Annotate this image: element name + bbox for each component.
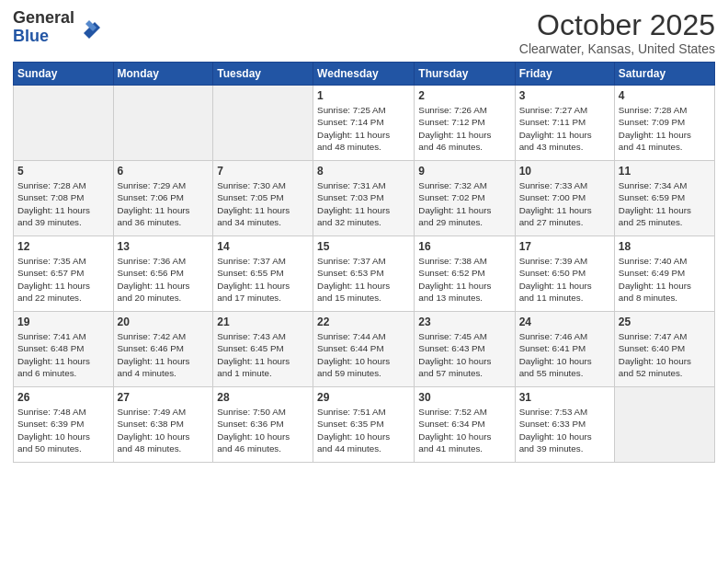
day-info: Sunrise: 7:42 AM Sunset: 6:46 PM Dayligh… xyxy=(118,330,210,379)
calendar-cell: 31Sunrise: 7:53 AM Sunset: 6:33 PM Dayli… xyxy=(515,387,614,463)
calendar-cell xyxy=(113,86,213,161)
header-monday: Monday xyxy=(113,63,213,86)
calendar-header: Sunday Monday Tuesday Wednesday Thursday… xyxy=(14,63,715,86)
calendar-cell: 5Sunrise: 7:28 AM Sunset: 7:08 PM Daylig… xyxy=(14,161,114,236)
header-row: Sunday Monday Tuesday Wednesday Thursday… xyxy=(14,63,715,86)
logo-icon xyxy=(76,15,102,40)
day-info: Sunrise: 7:49 AM Sunset: 6:38 PM Dayligh… xyxy=(118,406,210,454)
calendar-cell xyxy=(614,387,714,463)
calendar-cell: 18Sunrise: 7:40 AM Sunset: 6:49 PM Dayli… xyxy=(614,236,714,312)
day-info: Sunrise: 7:44 AM Sunset: 6:44 PM Dayligh… xyxy=(317,330,410,379)
calendar-week-row: 5Sunrise: 7:28 AM Sunset: 7:08 PM Daylig… xyxy=(14,161,715,236)
calendar-week-row: 26Sunrise: 7:48 AM Sunset: 6:39 PM Dayli… xyxy=(14,387,715,463)
day-info: Sunrise: 7:41 AM Sunset: 6:48 PM Dayligh… xyxy=(17,330,109,379)
day-number: 16 xyxy=(418,240,510,253)
calendar-cell: 1Sunrise: 7:25 AM Sunset: 7:14 PM Daylig… xyxy=(313,86,415,161)
day-number: 25 xyxy=(619,316,711,328)
day-info: Sunrise: 7:47 AM Sunset: 6:40 PM Dayligh… xyxy=(619,330,711,379)
day-number: 20 xyxy=(118,316,210,328)
calendar-cell: 26Sunrise: 7:48 AM Sunset: 6:39 PM Dayli… xyxy=(14,387,114,463)
header: General Blue October 2025 Clearwater, Ka… xyxy=(13,9,715,56)
day-info: Sunrise: 7:48 AM Sunset: 6:39 PM Dayligh… xyxy=(17,406,109,454)
logo-general: General xyxy=(13,9,74,28)
day-info: Sunrise: 7:28 AM Sunset: 7:08 PM Dayligh… xyxy=(17,179,109,228)
day-info: Sunrise: 7:37 AM Sunset: 6:53 PM Dayligh… xyxy=(317,255,410,304)
day-info: Sunrise: 7:43 AM Sunset: 6:45 PM Dayligh… xyxy=(217,330,309,379)
calendar-cell: 6Sunrise: 7:29 AM Sunset: 7:06 PM Daylig… xyxy=(113,161,213,236)
day-number: 15 xyxy=(317,240,410,253)
day-number: 23 xyxy=(418,316,510,328)
day-number: 14 xyxy=(217,240,309,253)
day-number: 24 xyxy=(519,316,610,328)
day-info: Sunrise: 7:27 AM Sunset: 7:11 PM Dayligh… xyxy=(519,104,610,153)
day-number: 19 xyxy=(17,316,109,328)
calendar-cell xyxy=(213,86,313,161)
calendar-cell: 17Sunrise: 7:39 AM Sunset: 6:50 PM Dayli… xyxy=(515,236,614,312)
day-info: Sunrise: 7:29 AM Sunset: 7:06 PM Dayligh… xyxy=(118,179,210,228)
day-info: Sunrise: 7:28 AM Sunset: 7:09 PM Dayligh… xyxy=(619,104,711,153)
calendar-week-row: 19Sunrise: 7:41 AM Sunset: 6:48 PM Dayli… xyxy=(14,312,715,387)
calendar-cell: 16Sunrise: 7:38 AM Sunset: 6:52 PM Dayli… xyxy=(415,236,515,312)
calendar-week-row: 1Sunrise: 7:25 AM Sunset: 7:14 PM Daylig… xyxy=(14,86,715,161)
day-number: 5 xyxy=(17,165,109,178)
calendar-cell: 9Sunrise: 7:32 AM Sunset: 7:02 PM Daylig… xyxy=(415,161,515,236)
title-section: October 2025 Clearwater, Kansas, United … xyxy=(519,9,715,56)
header-wednesday: Wednesday xyxy=(313,63,415,86)
day-number: 10 xyxy=(519,165,610,178)
header-saturday: Saturday xyxy=(614,63,714,86)
calendar-cell: 23Sunrise: 7:45 AM Sunset: 6:43 PM Dayli… xyxy=(415,312,515,387)
day-info: Sunrise: 7:50 AM Sunset: 6:36 PM Dayligh… xyxy=(217,406,309,454)
month-title: October 2025 xyxy=(519,9,715,41)
day-number: 27 xyxy=(118,391,210,404)
day-number: 21 xyxy=(217,316,309,328)
day-info: Sunrise: 7:37 AM Sunset: 6:55 PM Dayligh… xyxy=(217,255,309,304)
day-number: 11 xyxy=(619,165,711,178)
day-info: Sunrise: 7:36 AM Sunset: 6:56 PM Dayligh… xyxy=(118,255,210,304)
day-info: Sunrise: 7:46 AM Sunset: 6:41 PM Dayligh… xyxy=(519,330,610,379)
header-tuesday: Tuesday xyxy=(213,63,313,86)
day-info: Sunrise: 7:25 AM Sunset: 7:14 PM Dayligh… xyxy=(317,104,410,153)
day-number: 18 xyxy=(619,240,711,253)
day-info: Sunrise: 7:40 AM Sunset: 6:49 PM Dayligh… xyxy=(619,255,711,304)
header-thursday: Thursday xyxy=(415,63,515,86)
calendar-cell: 28Sunrise: 7:50 AM Sunset: 6:36 PM Dayli… xyxy=(213,387,313,463)
calendar-cell: 12Sunrise: 7:35 AM Sunset: 6:57 PM Dayli… xyxy=(14,236,114,312)
day-number: 6 xyxy=(118,165,210,178)
day-info: Sunrise: 7:33 AM Sunset: 7:00 PM Dayligh… xyxy=(519,179,610,228)
day-number: 28 xyxy=(217,391,309,404)
day-number: 30 xyxy=(418,391,510,404)
day-info: Sunrise: 7:32 AM Sunset: 7:02 PM Dayligh… xyxy=(418,179,510,228)
calendar-cell: 14Sunrise: 7:37 AM Sunset: 6:55 PM Dayli… xyxy=(213,236,313,312)
calendar-cell: 24Sunrise: 7:46 AM Sunset: 6:41 PM Dayli… xyxy=(515,312,614,387)
day-number: 22 xyxy=(317,316,410,328)
day-info: Sunrise: 7:39 AM Sunset: 6:50 PM Dayligh… xyxy=(519,255,610,304)
day-info: Sunrise: 7:51 AM Sunset: 6:35 PM Dayligh… xyxy=(317,406,410,454)
calendar-cell: 27Sunrise: 7:49 AM Sunset: 6:38 PM Dayli… xyxy=(113,387,213,463)
day-number: 7 xyxy=(217,165,309,178)
logo-text: General Blue xyxy=(13,9,74,46)
calendar-cell: 30Sunrise: 7:52 AM Sunset: 6:34 PM Dayli… xyxy=(415,387,515,463)
day-number: 9 xyxy=(418,165,510,178)
day-number: 17 xyxy=(519,240,610,253)
header-friday: Friday xyxy=(515,63,614,86)
calendar-table: Sunday Monday Tuesday Wednesday Thursday… xyxy=(13,62,715,463)
logo: General Blue xyxy=(13,9,102,46)
calendar-cell: 7Sunrise: 7:30 AM Sunset: 7:05 PM Daylig… xyxy=(213,161,313,236)
location: Clearwater, Kansas, United States xyxy=(519,41,715,56)
day-number: 13 xyxy=(118,240,210,253)
calendar-cell: 29Sunrise: 7:51 AM Sunset: 6:35 PM Dayli… xyxy=(313,387,415,463)
calendar-cell: 25Sunrise: 7:47 AM Sunset: 6:40 PM Dayli… xyxy=(614,312,714,387)
day-info: Sunrise: 7:52 AM Sunset: 6:34 PM Dayligh… xyxy=(418,406,510,454)
calendar-cell: 13Sunrise: 7:36 AM Sunset: 6:56 PM Dayli… xyxy=(113,236,213,312)
calendar-cell: 15Sunrise: 7:37 AM Sunset: 6:53 PM Dayli… xyxy=(313,236,415,312)
day-info: Sunrise: 7:31 AM Sunset: 7:03 PM Dayligh… xyxy=(317,179,410,228)
calendar-cell: 3Sunrise: 7:27 AM Sunset: 7:11 PM Daylig… xyxy=(515,86,614,161)
day-number: 1 xyxy=(317,89,410,102)
day-number: 26 xyxy=(17,391,109,404)
day-number: 31 xyxy=(519,391,610,404)
day-number: 12 xyxy=(17,240,109,253)
calendar-week-row: 12Sunrise: 7:35 AM Sunset: 6:57 PM Dayli… xyxy=(14,236,715,312)
calendar-cell: 11Sunrise: 7:34 AM Sunset: 6:59 PM Dayli… xyxy=(614,161,714,236)
logo-blue: Blue xyxy=(13,28,74,46)
calendar-cell: 19Sunrise: 7:41 AM Sunset: 6:48 PM Dayli… xyxy=(14,312,114,387)
